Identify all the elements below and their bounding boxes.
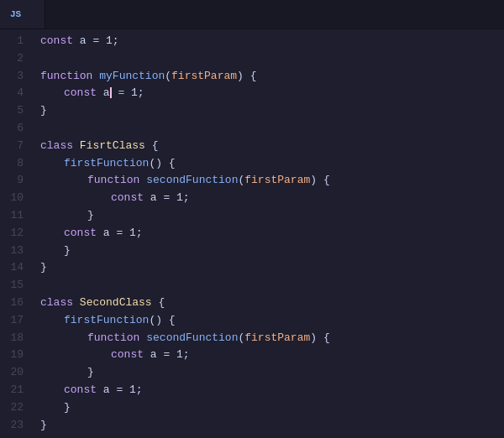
code-token: ) { [310,174,329,186]
code-line: const a = 1; [40,85,504,102]
indent [40,347,111,364]
code-line: const a = 1; [40,382,504,399]
code-token: { [152,296,165,309]
indent [40,172,87,190]
line-number: 17 [7,312,24,330]
line-number: 8 [7,155,24,173]
code-line: const a = 1; [40,225,504,242]
line-number: 9 [7,172,24,190]
line-number: 12 [7,225,24,242]
editor: 1234567891011121314151617181920212223 co… [0,29,504,438]
code-line: } [40,417,504,435]
line-number: 10 [7,190,24,207]
code-line: function myFunction(firstParam) { [40,68,504,86]
code-content: const a = 1; function myFunction(firstPa… [34,29,504,438]
code-token [73,139,80,152]
line-number: 18 [7,330,24,347]
code-token: const [40,34,73,47]
code-line: } [40,259,504,277]
indent [40,190,111,207]
code-token: } [87,209,94,222]
code-token: } [40,419,47,431]
code-token: const [64,227,97,239]
code-token: a = 1; [97,227,143,239]
line-number: 23 [7,417,24,435]
line-number: 21 [7,382,24,399]
code-token: ( [165,70,171,82]
code-token: myFunction [99,70,165,82]
code-line [40,50,504,68]
line-number: 6 [7,120,24,138]
code-token: const [64,86,97,99]
line-number: 13 [7,242,24,260]
cursor [110,87,112,98]
code-line: class FisrtClass { [40,138,504,155]
code-token: firstParam [244,331,310,344]
indent [40,399,64,417]
code-line: const a = 1; [40,190,504,207]
indent [40,330,87,347]
code-token: ) { [310,331,329,344]
code-token: 1; [124,86,144,99]
code-token: const [64,383,97,396]
code-token: () { [149,314,175,326]
line-number: 4 [7,85,24,102]
code-line: function secondFunction(firstParam) { [40,330,504,347]
indent [40,242,64,260]
line-number: 20 [7,364,24,382]
indent [40,207,87,225]
code-line: class SecondClass { [40,295,504,312]
code-token: } [40,104,47,117]
line-number: 22 [7,399,24,417]
code-token: } [87,366,94,378]
code-token: a = 1; [144,191,190,204]
code-token: () { [149,157,175,169]
line-number: 5 [7,102,24,120]
indent [40,225,64,242]
code-token: const [111,191,144,204]
code-token: firstFunction [64,157,149,169]
indent [40,312,64,330]
code-token: function [87,174,139,186]
indent [40,85,64,102]
code-token: class [40,296,73,309]
code-token: secondFunction [146,174,238,186]
code-token: a [97,86,118,99]
code-token: function [87,331,139,344]
code-token: const [111,348,144,361]
line-number: 15 [7,277,24,295]
tab-index-js[interactable]: JS [0,0,45,29]
indent [40,155,64,173]
code-token: FisrtClass [80,139,145,152]
code-line: firstFunction() { [40,312,504,330]
tab-bar: JS [0,0,504,29]
code-line: } [40,102,504,120]
code-token: } [64,244,71,257]
code-line: const a = 1; [40,347,504,364]
code-token: a = 1; [97,383,143,396]
code-line [40,277,504,295]
code-token: ) { [237,70,256,82]
js-file-icon: JS [10,9,21,19]
indent [40,364,87,382]
code-line: const a = 1; [40,33,504,50]
line-number: 19 [7,347,24,364]
line-number: 3 [7,68,24,86]
code-line: } [40,364,504,382]
indent [40,382,64,399]
code-token: { [145,139,159,152]
line-numbers: 1234567891011121314151617181920212223 [0,29,34,438]
code-line [40,120,504,138]
code-token: a = 1; [144,348,190,361]
code-line: } [40,399,504,417]
code-token: a = 1; [73,34,119,47]
code-token: firstFunction [64,314,149,326]
code-token: firstParam [171,70,237,82]
code-line: function secondFunction(firstParam) { [40,172,504,190]
line-number: 11 [7,207,24,225]
code-token: function [40,70,92,82]
code-line: } [40,242,504,260]
line-number: 16 [7,295,24,312]
code-line: firstFunction() { [40,155,504,173]
code-token: SecondClass [80,296,152,309]
